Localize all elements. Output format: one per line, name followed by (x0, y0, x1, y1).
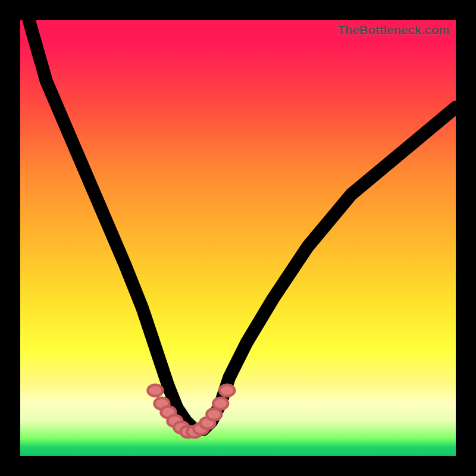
bottleneck-curve (29, 20, 456, 430)
bead-group (148, 385, 234, 438)
bead-marker (148, 385, 162, 396)
plot-area: TheBottleneck.com (20, 20, 456, 456)
chart-stage: TheBottleneck.com (0, 0, 476, 476)
bead-marker (206, 409, 221, 420)
chart-svg (20, 20, 456, 456)
bead-marker (220, 385, 234, 396)
bead-marker (213, 398, 228, 409)
